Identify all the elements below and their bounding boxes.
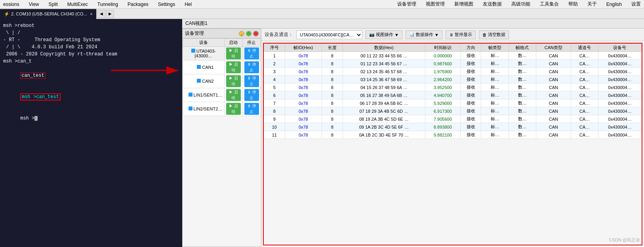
cell-5-3: 05 16 27 38 49 5A 6B … (343, 91, 425, 99)
col-3: 数据(Hex) (343, 44, 425, 52)
cell-1-2: 8 (322, 60, 343, 68)
serial-icon: ⚡ (4, 11, 10, 17)
start-button-2[interactable]: ▶ 启动 (226, 75, 241, 87)
stop-button-2[interactable]: ⏸ 停止 (244, 75, 259, 87)
cell-8-0: 9 (264, 115, 285, 123)
menu-config[interactable]: 设置 (630, 0, 642, 8)
menu-view[interactable]: View (27, 1, 41, 8)
cell-5-10: 0x430004… (598, 91, 641, 99)
cell-1-9: CA… (571, 60, 598, 68)
table-row[interactable]: 40x78803 14 25 36 47 58 69 …2.964200接收标…… (264, 76, 642, 84)
menu-send-data[interactable]: 友送数据 (481, 0, 503, 8)
table-row[interactable]: 50x78804 15 26 37 48 59 6A …3.952500接收标…… (264, 84, 642, 91)
cell-2-8: CAN (536, 68, 571, 76)
cell-10-7: 数… (509, 131, 536, 139)
menu-english[interactable]: English (605, 1, 623, 8)
menu-help2[interactable]: 帮助 (567, 0, 579, 8)
device-name: UTA0403-[43000… (183, 47, 225, 61)
table-row[interactable]: 80x78807 18 29 3A 4B 5C 6D …6.917300接收标…… (264, 107, 642, 115)
table-row[interactable]: 110x7880A 1B 2C 3D 4E 5F 70 …9.882100接收标… (264, 131, 642, 139)
can-toolbar: 设备及通道： UTA0403-[430004FC][CA… 📷 视图操作 ▼ 📊… (261, 28, 644, 41)
menu-tools[interactable]: 工具集合 (538, 0, 560, 8)
menu-sessions[interactable]: essions (2, 1, 21, 8)
table-row[interactable]: 70x78806 17 28 39 4A 5B 6C …5.929000接收标…… (264, 99, 642, 107)
stop-button-4[interactable]: ⏸ 停止 (244, 103, 259, 115)
minimize-btn[interactable]: _ (239, 31, 244, 36)
cell-7-7: 数… (509, 107, 536, 115)
pause-btn[interactable]: ⏸ 暂停显示 (446, 30, 476, 39)
device-row: UTA0403-[43000… ▶ 启动 ⏸ 停止 (183, 47, 261, 61)
view-ops-btn[interactable]: 📷 视图操作 ▼ (366, 30, 402, 39)
stop-button-3[interactable]: ⏸ 停止 (244, 89, 259, 101)
table-row[interactable]: 90x78808 19 2A 3B 4C 5D 6E …7.905600接收标…… (264, 115, 642, 123)
content-row: 设备管理 _ □ × 设备 启动 停止 (182, 28, 644, 247)
cursor (34, 116, 38, 121)
tab-serial[interactable]: ⚡ 2. COM10 (USB-SERIAL CH340 (CO... × (0, 9, 97, 19)
start-button-3[interactable]: ▶ 启动 (226, 89, 241, 101)
terminal-pane[interactable]: msh >reboot \ | / - RT - Thread Operatin… (0, 19, 182, 247)
device-channel-select[interactable]: UTA0403-[430004FC][CA… (296, 30, 362, 39)
col-7: 帧格式 (509, 44, 536, 52)
terminal-line-5: / | \ 4.0.3 build Feb 21 2024 (3, 44, 179, 51)
device-name: LIN1/SENT1… (183, 88, 225, 102)
cell-6-3: 06 17 28 39 4A 5B 6C … (343, 99, 425, 107)
cell-6-5: 接收 (460, 99, 481, 107)
menu-add-view[interactable]: 新增视图 (453, 0, 475, 8)
cell-3-1: 0x78 (285, 76, 322, 84)
can-view-area: 设备及通道： UTA0403-[430004FC][CA… 📷 视图操作 ▼ 📊… (261, 28, 644, 247)
col-5: 方向 (460, 44, 481, 52)
tab-serial-close[interactable]: × (90, 12, 93, 16)
data-ops-btn[interactable]: 📊 数据操作 ▼ (406, 30, 442, 39)
cell-4-0: 5 (264, 84, 285, 91)
cell-9-9: CA… (571, 123, 598, 131)
cell-3-6: 标… (481, 76, 509, 84)
tab-nav-back[interactable]: ◀ (97, 10, 105, 18)
clear-icon: 🗑 (482, 32, 487, 37)
stop-btn-cell: ⏸ 停止 (242, 74, 261, 88)
can-view-tab-label[interactable]: CAN视图1 (185, 20, 208, 27)
tab-nav-fwd[interactable]: ▶ (106, 10, 114, 18)
table-row[interactable]: 100x78809 1A 2B 3C 4D 5E 6F …8.893800接收标… (264, 123, 642, 131)
cell-0-4: 0.000000 (425, 52, 461, 60)
data-table-container[interactable]: 序号帧ID(Hex)长度数据(Hex)时间标识方向帧类型帧格式CAN类型通道号设… (263, 43, 642, 245)
tab-bar: ⚡ 2. COM10 (USB-SERIAL CH340 (CO... × ◀ … (0, 9, 644, 19)
menu-bar: essions View Split MultiExec Tunneling P… (0, 0, 644, 9)
cell-9-3: 09 1A 2B 3C 4D 5E 6F … (343, 123, 425, 131)
cell-8-7: 数… (509, 115, 536, 123)
menu-multiexec[interactable]: MultiExec (66, 1, 90, 8)
cell-7-10: 0x430004… (598, 107, 641, 115)
cell-1-6: 标… (481, 60, 509, 68)
cell-3-3: 03 14 25 36 47 58 69 … (343, 76, 425, 84)
close-btn[interactable]: × (253, 31, 259, 36)
start-button-0[interactable]: ▶ 启动 (226, 48, 241, 59)
menu-tunneling[interactable]: Tunneling (96, 1, 120, 8)
terminal-line-3: \ | / (3, 29, 179, 36)
clear-btn[interactable]: 🗑 清空数据 (479, 30, 509, 39)
can-test-command-highlight: msh >can_test (20, 93, 61, 101)
menu-help[interactable]: Hel (183, 1, 193, 8)
menu-view-mgmt[interactable]: 视图管理 (424, 0, 446, 8)
start-button-4[interactable]: ▶ 启动 (226, 103, 241, 115)
cell-9-5: 接收 (460, 123, 481, 131)
start-button-1[interactable]: ▶ 启动 (226, 61, 241, 73)
cell-7-1: 0x78 (285, 107, 322, 115)
menu-device-mgmt[interactable]: 设备管理 (396, 0, 418, 8)
stop-button-1[interactable]: ⏸ 停止 (244, 61, 259, 73)
device-row: CAN1 ▶ 启动 ⏸ 停止 (183, 61, 261, 74)
can-test-highlight: can_test (20, 72, 46, 79)
menu-split[interactable]: Split (47, 1, 59, 8)
table-row[interactable]: 30x78802 13 24 35 46 57 68 …1.975900接收标…… (264, 68, 642, 76)
menu-packages[interactable]: Packages (126, 1, 150, 8)
table-row[interactable]: 10x78800 11 22 33 44 55 66 …0.000000接收标…… (264, 52, 642, 60)
cell-5-9: CA… (571, 91, 598, 99)
maximize-btn[interactable]: □ (246, 31, 252, 36)
stop-button-0[interactable]: ⏸ 停止 (244, 48, 259, 59)
menu-about[interactable]: 关于 (586, 0, 598, 8)
cell-1-8: CAN (536, 60, 571, 68)
menu-advanced[interactable]: 高级功能 (510, 0, 532, 8)
table-row[interactable]: 20x78801 12 23 34 45 56 67 …0.987600接收标…… (264, 60, 642, 68)
cell-4-1: 0x78 (285, 84, 322, 91)
cell-8-3: 08 19 2A 3B 4C 5D 6E … (343, 115, 425, 123)
table-row[interactable]: 60x78805 16 27 38 49 5A 6B …4.940700接收标…… (264, 91, 642, 99)
menu-settings[interactable]: Settings (156, 1, 177, 8)
